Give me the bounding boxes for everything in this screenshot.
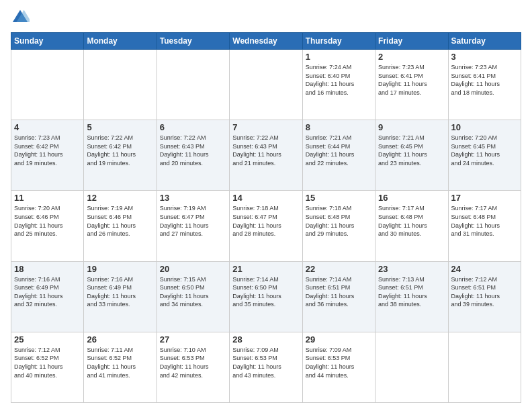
day-number: 19 [87, 264, 153, 274]
calendar-cell: 21Sunrise: 7:14 AM Sunset: 6:50 PM Dayli… [230, 261, 302, 332]
col-header-monday: Monday [84, 33, 157, 50]
calendar-cell: 9Sunrise: 7:21 AM Sunset: 6:45 PM Daylig… [375, 120, 448, 191]
calendar-cell: 3Sunrise: 7:23 AM Sunset: 6:41 PM Daylig… [448, 50, 521, 120]
calendar-cell: 5Sunrise: 7:22 AM Sunset: 6:42 PM Daylig… [84, 120, 157, 191]
calendar-cell: 19Sunrise: 7:16 AM Sunset: 6:49 PM Dayli… [84, 261, 157, 332]
day-info: Sunrise: 7:20 AM Sunset: 6:45 PM Dayligh… [451, 134, 518, 167]
day-number: 8 [306, 122, 372, 132]
day-number: 21 [232, 264, 299, 274]
day-number: 13 [160, 193, 226, 203]
day-number: 7 [232, 122, 299, 132]
day-info: Sunrise: 7:23 AM Sunset: 6:41 PM Dayligh… [378, 63, 445, 97]
calendar-cell: 20Sunrise: 7:15 AM Sunset: 6:50 PM Dayli… [157, 261, 229, 332]
day-info: Sunrise: 7:16 AM Sunset: 6:49 PM Dayligh… [87, 275, 153, 309]
day-info: Sunrise: 7:14 AM Sunset: 6:50 PM Dayligh… [232, 275, 299, 309]
day-number: 20 [160, 264, 226, 274]
day-info: Sunrise: 7:24 AM Sunset: 6:40 PM Dayligh… [306, 63, 372, 97]
page: SundayMondayTuesdayWednesdayThursdayFrid… [0, 0, 532, 411]
day-info: Sunrise: 7:16 AM Sunset: 6:49 PM Dayligh… [14, 275, 81, 309]
calendar-cell [375, 332, 448, 402]
day-number: 27 [160, 334, 226, 345]
calendar-cell: 27Sunrise: 7:10 AM Sunset: 6:53 PM Dayli… [157, 332, 229, 402]
col-header-tuesday: Tuesday [157, 33, 229, 50]
day-info: Sunrise: 7:18 AM Sunset: 6:48 PM Dayligh… [306, 204, 372, 238]
day-info: Sunrise: 7:23 AM Sunset: 6:41 PM Dayligh… [451, 63, 518, 97]
day-number: 28 [232, 334, 299, 345]
col-header-saturday: Saturday [448, 33, 521, 50]
calendar-cell: 2Sunrise: 7:23 AM Sunset: 6:41 PM Daylig… [375, 50, 448, 120]
calendar-cell: 14Sunrise: 7:18 AM Sunset: 6:47 PM Dayli… [230, 191, 302, 261]
day-info: Sunrise: 7:10 AM Sunset: 6:53 PM Dayligh… [160, 346, 226, 379]
day-info: Sunrise: 7:12 AM Sunset: 6:51 PM Dayligh… [451, 275, 518, 309]
calendar-header-row: SundayMondayTuesdayWednesdayThursdayFrid… [11, 33, 521, 50]
col-header-friday: Friday [375, 33, 448, 50]
day-info: Sunrise: 7:20 AM Sunset: 6:46 PM Dayligh… [14, 204, 81, 238]
calendar-row-0: 1Sunrise: 7:24 AM Sunset: 6:40 PM Daylig… [11, 50, 521, 120]
day-info: Sunrise: 7:21 AM Sunset: 6:45 PM Dayligh… [378, 134, 445, 167]
calendar-row-1: 4Sunrise: 7:23 AM Sunset: 6:42 PM Daylig… [11, 120, 521, 191]
logo [11, 8, 32, 27]
calendar-cell [11, 50, 84, 120]
day-info: Sunrise: 7:22 AM Sunset: 6:42 PM Dayligh… [87, 134, 153, 167]
day-info: Sunrise: 7:09 AM Sunset: 6:53 PM Dayligh… [306, 346, 372, 379]
day-number: 15 [306, 193, 372, 203]
day-info: Sunrise: 7:19 AM Sunset: 6:47 PM Dayligh… [160, 204, 226, 238]
calendar-cell: 6Sunrise: 7:22 AM Sunset: 6:43 PM Daylig… [157, 120, 229, 191]
day-number: 10 [451, 122, 518, 132]
calendar-cell: 1Sunrise: 7:24 AM Sunset: 6:40 PM Daylig… [302, 50, 375, 120]
logo-icon [11, 8, 30, 27]
day-number: 16 [378, 193, 445, 203]
day-info: Sunrise: 7:23 AM Sunset: 6:42 PM Dayligh… [14, 134, 81, 167]
day-info: Sunrise: 7:14 AM Sunset: 6:51 PM Dayligh… [306, 275, 372, 309]
col-header-thursday: Thursday [302, 33, 375, 50]
calendar-cell: 18Sunrise: 7:16 AM Sunset: 6:49 PM Dayli… [11, 261, 84, 332]
day-number: 4 [14, 122, 81, 132]
day-number: 2 [378, 52, 445, 62]
calendar-cell [84, 50, 157, 120]
day-number: 1 [306, 52, 372, 62]
day-number: 12 [87, 193, 153, 203]
day-info: Sunrise: 7:12 AM Sunset: 6:52 PM Dayligh… [14, 346, 81, 379]
calendar-cell: 23Sunrise: 7:13 AM Sunset: 6:51 PM Dayli… [375, 261, 448, 332]
calendar-row-2: 11Sunrise: 7:20 AM Sunset: 6:46 PM Dayli… [11, 191, 521, 261]
calendar-cell: 24Sunrise: 7:12 AM Sunset: 6:51 PM Dayli… [448, 261, 521, 332]
day-info: Sunrise: 7:22 AM Sunset: 6:43 PM Dayligh… [160, 134, 226, 167]
day-number: 29 [306, 334, 372, 345]
day-number: 5 [87, 122, 153, 132]
calendar-cell [448, 332, 521, 402]
col-header-sunday: Sunday [11, 33, 84, 50]
day-info: Sunrise: 7:09 AM Sunset: 6:53 PM Dayligh… [232, 346, 299, 379]
calendar-cell: 15Sunrise: 7:18 AM Sunset: 6:48 PM Dayli… [302, 191, 375, 261]
day-info: Sunrise: 7:17 AM Sunset: 6:48 PM Dayligh… [378, 204, 445, 238]
day-number: 11 [14, 193, 81, 203]
calendar-cell: 22Sunrise: 7:14 AM Sunset: 6:51 PM Dayli… [302, 261, 375, 332]
day-info: Sunrise: 7:18 AM Sunset: 6:47 PM Dayligh… [232, 204, 299, 238]
day-number: 14 [232, 193, 299, 203]
calendar-cell: 10Sunrise: 7:20 AM Sunset: 6:45 PM Dayli… [448, 120, 521, 191]
calendar-cell: 11Sunrise: 7:20 AM Sunset: 6:46 PM Dayli… [11, 191, 84, 261]
day-number: 17 [451, 193, 518, 203]
day-info: Sunrise: 7:17 AM Sunset: 6:48 PM Dayligh… [451, 204, 518, 238]
calendar-cell [230, 50, 302, 120]
day-info: Sunrise: 7:22 AM Sunset: 6:43 PM Dayligh… [232, 134, 299, 167]
day-number: 22 [306, 264, 372, 274]
calendar-cell: 29Sunrise: 7:09 AM Sunset: 6:53 PM Dayli… [302, 332, 375, 402]
day-number: 18 [14, 264, 81, 274]
calendar-cell: 13Sunrise: 7:19 AM Sunset: 6:47 PM Dayli… [157, 191, 229, 261]
day-number: 3 [451, 52, 518, 62]
header [11, 8, 521, 27]
calendar-cell: 4Sunrise: 7:23 AM Sunset: 6:42 PM Daylig… [11, 120, 84, 191]
calendar-row-3: 18Sunrise: 7:16 AM Sunset: 6:49 PM Dayli… [11, 261, 521, 332]
day-number: 26 [87, 334, 153, 345]
day-info: Sunrise: 7:21 AM Sunset: 6:44 PM Dayligh… [306, 134, 372, 167]
day-info: Sunrise: 7:15 AM Sunset: 6:50 PM Dayligh… [160, 275, 226, 309]
calendar-cell: 7Sunrise: 7:22 AM Sunset: 6:43 PM Daylig… [230, 120, 302, 191]
day-number: 25 [14, 334, 81, 345]
day-number: 6 [160, 122, 226, 132]
calendar-row-4: 25Sunrise: 7:12 AM Sunset: 6:52 PM Dayli… [11, 332, 521, 402]
calendar-cell: 28Sunrise: 7:09 AM Sunset: 6:53 PM Dayli… [230, 332, 302, 402]
calendar-cell: 12Sunrise: 7:19 AM Sunset: 6:46 PM Dayli… [84, 191, 157, 261]
day-info: Sunrise: 7:11 AM Sunset: 6:52 PM Dayligh… [87, 346, 153, 379]
day-info: Sunrise: 7:19 AM Sunset: 6:46 PM Dayligh… [87, 204, 153, 238]
day-number: 9 [378, 122, 445, 132]
